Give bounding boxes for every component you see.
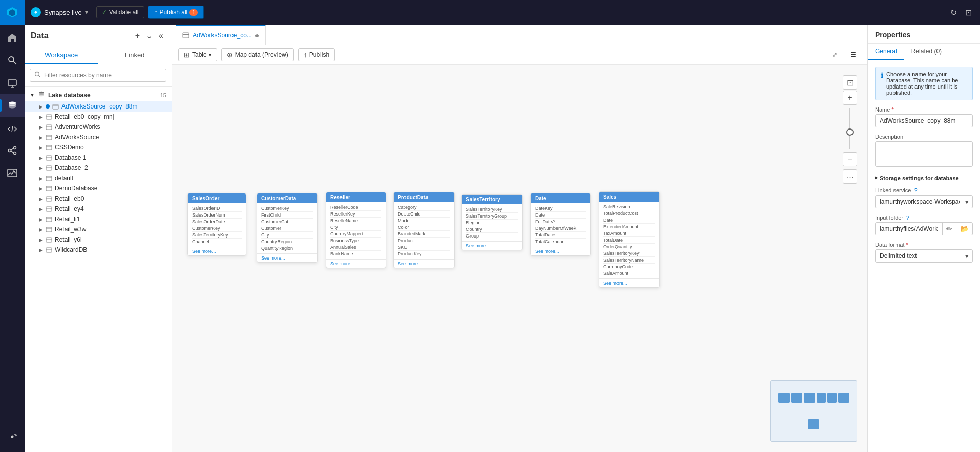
svg-rect-19 — [53, 104, 58, 109]
activity-monitor[interactable] — [0, 72, 25, 94]
activity-integrate[interactable] — [0, 139, 25, 162]
canvas-tables: SalesOrder SalesOrderID SalesOrderNum Sa… — [172, 65, 867, 452]
activity-settings[interactable] — [0, 425, 25, 448]
minimap-block — [808, 419, 819, 429]
lake-database-section[interactable]: ▼ Lake database 15 — [25, 89, 172, 101]
input-folder-wrap: ✏ 📂 — [875, 222, 973, 235]
table-card-reseller[interactable]: Reseller ResellerCode ResellerKey Resell… — [326, 192, 386, 268]
fullscreen-icon[interactable]: ⊡ — [963, 6, 974, 19]
data-format-select[interactable]: Delimited text Parquet ORC JSON Delta — [875, 249, 973, 263]
brand-chevron[interactable]: ▾ — [85, 9, 88, 16]
tree-item-demodatabase[interactable]: ▶ DemoDatabase — [25, 183, 172, 193]
minimap-block — [827, 393, 837, 403]
tree-item-adworkssource[interactable]: ▶ AdWorksSource — [25, 132, 172, 142]
expand-button[interactable]: ⤢ — [827, 49, 842, 60]
tab-label: AdWorksSource_co... — [193, 32, 252, 39]
table-row: CountryMapped — [330, 231, 381, 238]
tree-item-retail-li1[interactable]: ▶ Retail_li1 — [25, 214, 172, 224]
table-button[interactable]: ⊞ Table ▾ — [178, 48, 217, 61]
tree-item-cssdemo[interactable]: ▶ CSSDemo — [25, 142, 172, 153]
table-card-productdata[interactable]: ProductData Category DepteChild Model Co… — [393, 192, 455, 268]
table-row: Group — [466, 233, 518, 239]
table-card-salesorder[interactable]: SalesOrder SalesOrderID SalesOrderNum Sa… — [187, 193, 246, 256]
svg-point-10 — [14, 147, 16, 149]
activity-data[interactable] — [0, 94, 25, 117]
fit-page-button[interactable]: ⊡ — [843, 75, 857, 90]
zoom-slider-thumb[interactable] — [846, 128, 854, 136]
editor-tab-adworkssource[interactable]: AdWorksSource_co... ● — [176, 25, 266, 45]
search-wrap — [30, 69, 166, 82]
table-body-salesorder: SalesOrderID SalesOrderNum SalesOrderDat… — [188, 203, 246, 247]
search-input[interactable] — [44, 72, 162, 79]
database-icon — [46, 144, 52, 151]
activity-develop[interactable] — [0, 117, 25, 139]
activity-monitor2[interactable] — [0, 162, 25, 184]
table-row: Region — [466, 220, 518, 226]
table-card-salesterritory[interactable]: SalesTerritory SalesTerritoryKey SalesTe… — [461, 194, 523, 250]
table-row: SalesOrderID — [192, 205, 242, 212]
tree-item-adworkssource-copy[interactable]: ▶ AdWorksSource_copy_88m — [25, 101, 172, 112]
map-data-button[interactable]: ⊕ Map data (Preview) — [221, 48, 294, 61]
publish-button[interactable]: ↑ Publish — [298, 48, 335, 61]
table-row: TotalCalendar — [535, 239, 586, 245]
tree-item-retail-eb0-copy[interactable]: ▶ Retail_eb0_copy_mnj — [25, 112, 172, 122]
tree-item-retail-w3w[interactable]: ▶ Retail_w3w — [25, 224, 172, 234]
table-body-sales: SaleRevision TotalProductCost Date Exten… — [599, 202, 659, 278]
validate-all-button[interactable]: ✓ Validate all — [96, 6, 144, 18]
tab-linked[interactable]: Linked — [98, 47, 172, 64]
svg-point-2 — [9, 57, 14, 62]
table-header-reseller: Reseller — [326, 192, 386, 202]
svg-rect-47 — [46, 248, 52, 252]
input-folder-input[interactable] — [876, 223, 942, 235]
input-folder-help[interactable]: ? — [906, 214, 909, 221]
table-header-salesterritory: SalesTerritory — [462, 195, 522, 204]
tree-item-retail-ey4[interactable]: ▶ Retail_ey4 — [25, 204, 172, 214]
edit-folder-button[interactable]: ✏ — [942, 223, 956, 235]
svg-rect-49 — [183, 33, 189, 38]
sidebar-collapse-button[interactable]: « — [157, 30, 165, 41]
sidebar-dropdown-button[interactable]: ⌄ — [144, 30, 155, 41]
tree-item-retail-eb0[interactable]: ▶ Retail_eb0 — [25, 193, 172, 204]
table-card-date[interactable]: Date DateKey Date FullDateAlt DayNumberO… — [530, 193, 591, 256]
linked-service-select[interactable]: lamurthyworkspace-WorkspaceDef... — [875, 195, 973, 208]
description-input[interactable] — [875, 141, 973, 167]
tree-item-database1[interactable]: ▶ Database 1 — [25, 153, 172, 163]
table-row: ProductKey — [398, 251, 450, 257]
tree-item-adventureworks[interactable]: ▶ AdventureWorks — [25, 122, 172, 132]
canvas-area[interactable]: SalesOrder SalesOrderID SalesOrderNum Sa… — [172, 65, 867, 452]
table-row: SKU — [398, 244, 450, 251]
item-label: CSSDemo — [55, 144, 84, 151]
prop-tab-general[interactable]: General — [868, 44, 904, 60]
app-logo — [0, 0, 25, 25]
table-row: ResellerCode — [330, 204, 381, 211]
tree-item-database2[interactable]: ▶ Database_2 — [25, 163, 172, 173]
publish-all-button[interactable]: ↑ Publish all 1 — [148, 6, 204, 19]
add-resource-button[interactable]: + — [133, 30, 142, 41]
item-label: Database_2 — [55, 164, 88, 171]
table-card-sales[interactable]: Sales SaleRevision TotalProductCost Date… — [599, 191, 660, 288]
zoom-more-button[interactable]: ⋯ — [843, 169, 857, 184]
zoom-out-button[interactable]: − — [843, 152, 857, 166]
table-row: TaxAmount — [603, 230, 655, 237]
linked-service-help[interactable]: ? — [914, 187, 917, 193]
tree-item-default[interactable]: ▶ default — [25, 173, 172, 183]
item-chevron: ▶ — [39, 217, 43, 222]
properties-toggle[interactable]: ☰ — [845, 49, 861, 60]
activity-search[interactable] — [0, 49, 25, 72]
refresh-icon[interactable]: ↻ — [948, 6, 959, 19]
activity-home[interactable] — [0, 27, 25, 49]
tab-workspace[interactable]: Workspace — [25, 47, 98, 64]
prop-tab-related[interactable]: Related (0) — [904, 44, 949, 60]
svg-rect-4 — [8, 80, 16, 85]
table-card-customerdata[interactable]: CustomerData CustomerKey FirstChild Cust… — [257, 193, 318, 263]
toolbar-right: ⤢ ☰ — [827, 49, 861, 60]
linked-service-select-wrap: lamurthyworkspace-WorkspaceDef... — [875, 195, 973, 208]
sidebar: Data + ⌄ « Workspace Linked — [25, 25, 172, 452]
browse-folder-button[interactable]: 📂 — [956, 223, 972, 235]
tree-item-retail-y6i[interactable]: ▶ Retail_y6i — [25, 234, 172, 245]
tree-item-wildcarddb[interactable]: ▶ WildcardDB — [25, 245, 172, 255]
table-row: CurrencyCode — [603, 264, 655, 270]
zoom-in-button[interactable]: + — [843, 91, 857, 105]
tab-close-button[interactable]: ● — [255, 31, 259, 39]
name-input[interactable] — [875, 114, 973, 127]
